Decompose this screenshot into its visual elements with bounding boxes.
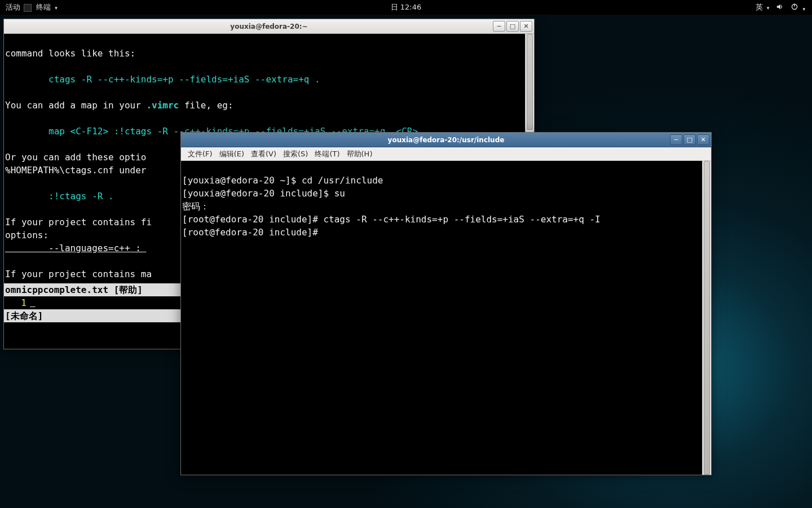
power-icon[interactable]: ▾ bbox=[791, 3, 805, 12]
vim-text-line: If your project contains fi bbox=[5, 217, 152, 227]
window1-title: youxia@fedora-20:~ bbox=[230, 23, 307, 30]
vim-code-line: ctags -R --c++-kinds=+p --fields=+iaS --… bbox=[5, 74, 320, 85]
window2-terminal-area[interactable]: [youxia@fedora-20 ~]$ cd /usr/include [y… bbox=[181, 161, 711, 475]
ime-label: 英 bbox=[756, 3, 763, 11]
window2-menubar: 文件(F) 编辑(E) 查看(V) 搜索(S) 终端(T) 帮助(H) bbox=[181, 147, 711, 161]
vim-text-line: If your project contains ma bbox=[5, 269, 152, 279]
vim-text-line: %HOMEPATH%\ctags.cnf under bbox=[5, 165, 152, 176]
active-app-label: 终端 bbox=[36, 3, 51, 11]
clock[interactable]: 日 12:46 bbox=[391, 2, 422, 12]
active-app-menu[interactable]: 终端 ▾ bbox=[24, 2, 58, 12]
maximize-button[interactable]: □ bbox=[506, 21, 519, 32]
vim-cursor-line: --languages=c++ : bbox=[5, 243, 146, 253]
svg-rect-1 bbox=[795, 3, 795, 6]
vim-line-number: 1 bbox=[4, 296, 30, 309]
vim-code-line: :!ctags -R . bbox=[5, 191, 114, 202]
vim-text-line: Or you can add these optio bbox=[5, 152, 146, 163]
close-button[interactable]: ✕ bbox=[697, 134, 709, 145]
terminal-app-icon bbox=[24, 4, 32, 12]
shell-prompt: [youxia@fedora-20 include]$ bbox=[182, 188, 334, 199]
chevron-down-icon: ▾ bbox=[802, 6, 805, 12]
window1-titlebar[interactable]: youxia@fedora-20:~ ─ □ ✕ bbox=[4, 19, 534, 34]
chevron-down-icon: ▾ bbox=[55, 5, 58, 11]
menu-edit[interactable]: 编辑(E) bbox=[217, 148, 246, 160]
maximize-button[interactable]: □ bbox=[683, 134, 696, 145]
ime-indicator[interactable]: 英 ▾ bbox=[756, 2, 770, 12]
minimize-button[interactable]: ─ bbox=[670, 134, 682, 145]
terminal-window-shell[interactable]: youxia@fedora-20:/usr/include ─ □ ✕ 文件(F… bbox=[180, 132, 712, 475]
menu-search[interactable]: 搜索(S) bbox=[281, 148, 310, 160]
window2-titlebar[interactable]: youxia@fedora-20:/usr/include ─ □ ✕ bbox=[181, 133, 711, 147]
shell-prompt: [youxia@fedora-20 ~]$ bbox=[182, 175, 302, 186]
vim-buffer-name: [未命名] bbox=[4, 310, 43, 321]
vim-text-line: options: bbox=[5, 230, 48, 240]
activities-button[interactable]: 活动 bbox=[6, 2, 20, 12]
shell-prompt: [root@fedora-20 include]# bbox=[182, 227, 323, 238]
window2-title: youxia@fedora-20:/usr/include bbox=[388, 136, 505, 144]
menu-help[interactable]: 帮助(H) bbox=[345, 148, 375, 160]
vim-keyword: .vimrc bbox=[146, 100, 179, 111]
window2-scrollbar[interactable] bbox=[702, 161, 711, 475]
shell-command: su bbox=[334, 188, 345, 199]
minimize-button[interactable]: ─ bbox=[493, 21, 505, 32]
window2-scroll-thumb[interactable] bbox=[704, 161, 710, 475]
window1-scroll-thumb[interactable] bbox=[527, 34, 533, 130]
menu-view[interactable]: 查看(V) bbox=[249, 148, 279, 160]
shell-command: ctags -R --c++-kinds=+p --fields=+iaS --… bbox=[323, 214, 600, 225]
vim-text-line: You can add a map in your bbox=[5, 100, 146, 111]
volume-icon[interactable] bbox=[776, 3, 784, 12]
vim-text-line: command looks like this: bbox=[5, 48, 135, 59]
vim-text-line: file, eg: bbox=[179, 100, 233, 111]
chevron-down-icon: ▾ bbox=[767, 5, 770, 11]
shell-output: 密码： bbox=[182, 201, 209, 212]
shell-command: cd /usr/include bbox=[302, 175, 383, 186]
vim-help-filename: omnicppcomplete.txt [帮助] bbox=[4, 284, 143, 295]
menu-file[interactable]: 文件(F) bbox=[186, 148, 215, 160]
menu-terminal[interactable]: 终端(T) bbox=[312, 148, 342, 160]
shell-prompt: [root@fedora-20 include]# bbox=[182, 214, 323, 225]
close-button[interactable]: ✕ bbox=[520, 21, 532, 32]
gnome-top-panel: 活动 终端 ▾ 日 12:46 英 ▾ ▾ bbox=[0, 0, 812, 15]
